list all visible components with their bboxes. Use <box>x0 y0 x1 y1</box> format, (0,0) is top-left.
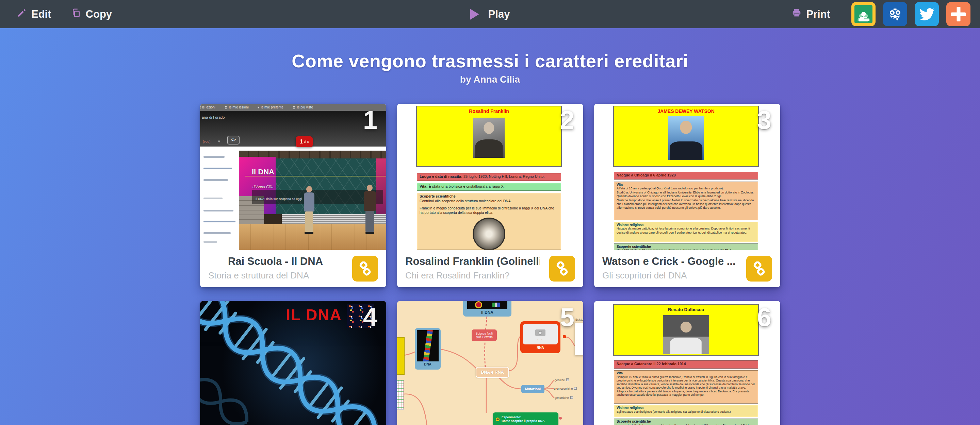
mindmap-node-cut-right <box>575 323 583 355</box>
twitter-icon[interactable] <box>915 2 939 26</box>
doc-banner: Rosalind Franklin <box>416 106 562 167</box>
lesson-tile-6[interactable]: Renato Dulbecco Nacque a Catanzaro il 22… <box>594 301 780 425</box>
tile-subtitle: Chi era Rosalind Franklin? <box>405 270 540 281</box>
mindmap-leaf: cromosomiche <box>554 387 577 390</box>
lesson-tile-3[interactable]: JAMES DEWEY WATSON Nacque a Chicago il 6… <box>594 104 780 287</box>
play-label: Play <box>488 8 510 21</box>
google-classroom-icon[interactable] <box>851 2 875 26</box>
printer-icon <box>791 8 802 21</box>
chain-link-icon <box>752 262 766 276</box>
mindmap-node-experiment: Esperimento: Come scoprire il proprio DN… <box>493 412 558 425</box>
portrait-photo <box>663 315 709 354</box>
open-link-button[interactable] <box>549 256 575 282</box>
rai-header-band: aria di I grado (voti) ♥ <> <box>200 111 386 146</box>
mindmap-leaf: geniche <box>555 378 569 382</box>
tile-subtitle: Gli scopritori del DNA <box>602 270 737 281</box>
tile-caption: Rosalind Franklin (Golinelli ... Chi era… <box>397 250 583 287</box>
copy-label: Copy <box>86 8 112 21</box>
portrait-photo <box>668 116 704 160</box>
presenter-figure <box>364 185 376 234</box>
copy-button[interactable]: Copy <box>71 8 112 21</box>
share-plus-icon[interactable] <box>946 2 970 26</box>
xray-diffraction-image <box>473 217 505 250</box>
open-link-button[interactable] <box>352 256 378 282</box>
tile5-thumbnail: Il DNA Scienze facili prof. Perretta DNA… <box>397 301 583 425</box>
doc-banner: Renato Dulbecco <box>613 304 759 356</box>
mindmap-connector-square <box>563 335 566 338</box>
page-title: Come vengono trasmessi i caratteri eredi… <box>0 50 980 71</box>
tile-number: 4 <box>363 304 377 330</box>
print-label: Print <box>806 8 830 21</box>
tile-caption: Rai Scuola - Il DNA Storia e struttura d… <box>200 250 386 287</box>
mindmap-corner-text: Esistono <box>576 318 583 321</box>
chain-link-icon <box>358 262 372 276</box>
edit-label: Edit <box>31 8 51 21</box>
tile-number: 1 <box>363 107 377 133</box>
tile-caption: Watson e Crick - Google ... Gli scoprito… <box>594 250 780 287</box>
rai-sidebar <box>200 146 239 250</box>
rai-page-body: Il DNA di Anna Cilia Il DNA: dalla sua s… <box>200 146 386 250</box>
toolbar: Edit Copy Play Print <box>0 0 980 28</box>
play-icon <box>470 9 479 20</box>
mindmap-node-teacher: Scienze facili prof. Perretta <box>472 330 497 341</box>
mindmap-node-dna: DNA <box>415 328 441 369</box>
embed-code-icon: <> <box>227 136 240 144</box>
tile3-thumbnail: JAMES DEWEY WATSON Nacque a Chicago il 6… <box>594 104 780 250</box>
presenter-figure <box>304 186 314 234</box>
tile1-thumbnail: tte le lezioni le mie lezioni ♥le mie pr… <box>200 104 386 250</box>
mindmap-node-cut-left <box>397 337 404 375</box>
slide-count-badge: 1di 8 <box>296 136 313 147</box>
chain-link-icon <box>555 262 569 276</box>
edit-button[interactable]: Edit <box>17 8 51 21</box>
tile4-thumbnail: IL DNA <box>200 301 386 425</box>
lesson-tile-1[interactable]: tte le lezioni le mie lezioni ♥le mie pr… <box>200 104 386 287</box>
doc-banner: JAMES DEWEY WATSON <box>613 106 759 167</box>
mindmap-node-ildna: Il DNA <box>463 301 511 317</box>
edmodo-icon[interactable] <box>883 2 907 26</box>
emoji-icon <box>496 417 500 421</box>
tile-number: 6 <box>757 304 772 330</box>
dna-overlay-title: IL DNA <box>286 306 342 324</box>
portrait-photo <box>473 117 504 158</box>
doc-banner-title: JAMES DEWEY WATSON <box>614 108 758 114</box>
lesson-tile-4[interactable]: IL DNA 4 <box>200 301 386 425</box>
tile2-thumbnail: Rosalind Franklin Luogo e data di nascit… <box>397 104 583 250</box>
heart-icon: ♥ <box>218 139 220 144</box>
lesson-tile-5[interactable]: Il DNA Scienze facili prof. Perretta DNA… <box>397 301 583 425</box>
rai-tab-bar: tte le lezioni le mie lezioni ♥le mie pr… <box>200 104 386 111</box>
open-link-button[interactable] <box>746 256 772 282</box>
classroom-board <box>854 5 872 23</box>
mindmap-node-grid <box>397 380 404 410</box>
mindmap-node-rna: • • RNA <box>520 321 560 353</box>
tile6-thumbnail: Renato Dulbecco Nacque a Catanzaro il 22… <box>594 301 780 425</box>
mindmap-node-center: DNA e RNA <box>476 367 509 378</box>
tile-number: 3 <box>757 107 772 133</box>
doc-banner-title: Rosalind Franklin <box>417 108 561 114</box>
video-still: Il DNA di Anna Cilia Il DNA: dalla sua s… <box>239 151 386 250</box>
play-button[interactable]: Play <box>470 8 510 21</box>
doc-banner-title: Renato Dulbecco <box>614 307 758 312</box>
tile-subtitle: Storia e struttura del DNA <box>208 270 343 281</box>
page-byline: by Anna Cilia <box>0 74 980 85</box>
tile-title: Rai Scuola - Il DNA <box>208 255 343 268</box>
tile-title: Rosalind Franklin (Golinelli ... <box>405 255 540 268</box>
pencil-icon <box>17 8 27 21</box>
tile-number: 5 <box>560 304 574 330</box>
print-button[interactable]: Print <box>791 8 830 21</box>
tile-number: 2 <box>560 107 574 133</box>
copy-icon <box>71 8 81 21</box>
camera-placeholder-icon <box>535 330 546 336</box>
mindmap-leaf: genomiche <box>555 396 573 400</box>
tile-title: Watson e Crick - Google ... <box>602 255 737 268</box>
lesson-tile-2[interactable]: Rosalind Franklin Luogo e data di nascit… <box>397 104 583 287</box>
mindmap-node-mutazioni: Mutazioni <box>521 385 544 393</box>
